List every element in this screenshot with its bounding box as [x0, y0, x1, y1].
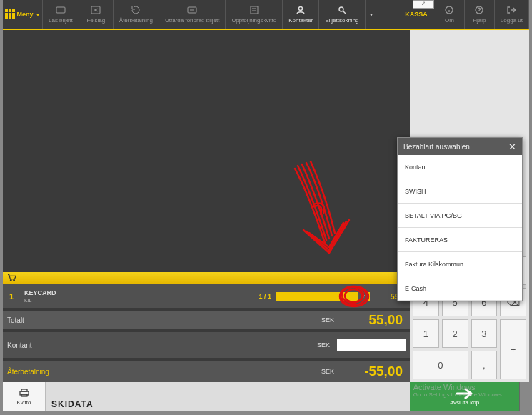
- refund-icon: [130, 5, 141, 15]
- total-row: Totalt SEK 55,00: [3, 311, 410, 329]
- svg-point-4: [299, 7, 303, 11]
- slider-caret-icon[interactable]: ▼: [358, 292, 368, 301]
- toolbar-loggaut[interactable]: Logga ut: [495, 0, 529, 29]
- key-comma[interactable]: ,: [471, 351, 498, 379]
- bottom-bar: Kvitto SKIDATA: [3, 382, 410, 411]
- total-value: 55,00: [341, 312, 406, 328]
- svg-rect-0: [56, 7, 65, 13]
- product-canvas: [3, 30, 410, 272]
- menu-grid-icon: [5, 9, 15, 19]
- refund-label: Återbetalning: [7, 368, 313, 376]
- payment-option-kilskommun[interactable]: Faktura Kilskommun: [398, 252, 522, 276]
- menu-label: Meny: [17, 11, 34, 18]
- payment-currency: SEK: [308, 341, 337, 349]
- window-resize-anchor[interactable]: ⤢: [413, 0, 434, 9]
- logout-icon: [506, 5, 517, 15]
- payment-row: Kontant SEK: [3, 332, 410, 358]
- menu-button[interactable]: Meny ▼: [3, 0, 43, 29]
- line-item[interactable]: 1 KEYCARD KIL 1 / 1 ▼: [3, 284, 410, 308]
- payment-option-faktureras[interactable]: FAKTURERAS: [398, 228, 522, 252]
- printer-icon: [18, 388, 31, 398]
- svg-point-9: [14, 280, 15, 281]
- corner-handle[interactable]: [519, 382, 529, 411]
- toolbar-biljettsokning[interactable]: Biljettsökning: [319, 0, 365, 29]
- key-3[interactable]: 3: [471, 319, 498, 348]
- search-ticket-icon: [336, 5, 348, 15]
- cart-stripe: [3, 272, 410, 284]
- svg-point-5: [339, 7, 343, 11]
- key-2[interactable]: 2: [442, 319, 468, 348]
- refund-currency: SEK: [313, 368, 341, 375]
- key-plus[interactable]: +: [500, 319, 526, 379]
- left-column: 1 KEYCARD KIL 1 / 1 ▼: [3, 30, 410, 411]
- help-icon: [473, 5, 485, 15]
- brand-label: SKIDATA: [46, 382, 410, 411]
- payment-option-pgbg[interactable]: BETALT VIA PG/BG: [398, 204, 522, 228]
- popup-title: Bezahlart auswählen: [403, 143, 470, 151]
- error-icon: [90, 5, 101, 15]
- bottom-right-bar: Avsluta köp: [410, 382, 529, 411]
- refund-row: Återbetalning SEK -55,00: [3, 361, 410, 382]
- svg-rect-15: [21, 389, 27, 391]
- arrow-right-icon: [456, 388, 474, 399]
- line-name-block: KEYCARD KIL: [20, 289, 149, 303]
- toolbar-om[interactable]: Om: [435, 0, 465, 29]
- line-sub: KIL: [24, 298, 149, 303]
- kvitto-button[interactable]: Kvitto: [3, 382, 46, 411]
- cart-icon: [7, 274, 17, 282]
- key-1[interactable]: 1: [413, 319, 439, 348]
- line-product: KEYCARD: [24, 289, 149, 296]
- svg-rect-3: [251, 6, 258, 14]
- toolbar-las-biljett[interactable]: Läs biljett: [43, 0, 79, 29]
- payment-option-ecash[interactable]: E-Cash: [398, 276, 522, 301]
- total-label: Totalt: [7, 316, 313, 324]
- key-0[interactable]: 0: [413, 351, 468, 379]
- toolbar-utfarda[interactable]: Utfärda förlorad biljett: [159, 0, 226, 29]
- total-currency: SEK: [313, 316, 341, 324]
- toolbar-aterbetalning[interactable]: Återbetalning: [114, 0, 159, 29]
- dropdown-caret-icon: ▾: [370, 11, 373, 18]
- svg-point-8: [10, 280, 11, 281]
- payment-option-swish[interactable]: SWISH: [398, 179, 522, 204]
- payment-method-popup: Bezahlart auswählen ✕ Kontant SWISH BETA…: [397, 137, 523, 301]
- line-index: 1: [3, 292, 20, 301]
- receipt-icon: [249, 5, 260, 15]
- payment-label: Kontant: [7, 341, 308, 349]
- toolbar-felslag[interactable]: Felslag: [79, 0, 114, 29]
- annotation-arrow-icon: [285, 161, 363, 269]
- payment-input[interactable]: [337, 339, 406, 351]
- popup-close-icon[interactable]: ✕: [508, 141, 516, 152]
- menu-caret-icon: ▼: [36, 12, 41, 17]
- reissue-icon: [186, 5, 198, 15]
- popup-header: Bezahlart auswählen ✕: [398, 138, 522, 155]
- finish-button[interactable]: Avsluta köp: [410, 382, 519, 411]
- toolbar-kontakter[interactable]: Kontakter: [283, 0, 319, 29]
- line-qty: 1 / 1: [243, 293, 271, 300]
- toolbar-hjalp[interactable]: Hjälp: [465, 0, 495, 29]
- ticket-icon: [55, 5, 66, 15]
- info-icon: [443, 5, 455, 15]
- toolbar-dropdown[interactable]: ▾: [366, 0, 378, 29]
- line-slider[interactable]: ▼: [276, 292, 370, 301]
- contacts-icon: [295, 5, 306, 15]
- toolbar-uppfoljning[interactable]: Uppföljningskvitto: [226, 0, 283, 29]
- payment-option-kontant[interactable]: Kontant: [398, 155, 522, 179]
- refund-value: -55,00: [341, 364, 406, 379]
- main-toolbar: Meny ▼ Läs biljett Felslag Återbetalning…: [3, 0, 529, 30]
